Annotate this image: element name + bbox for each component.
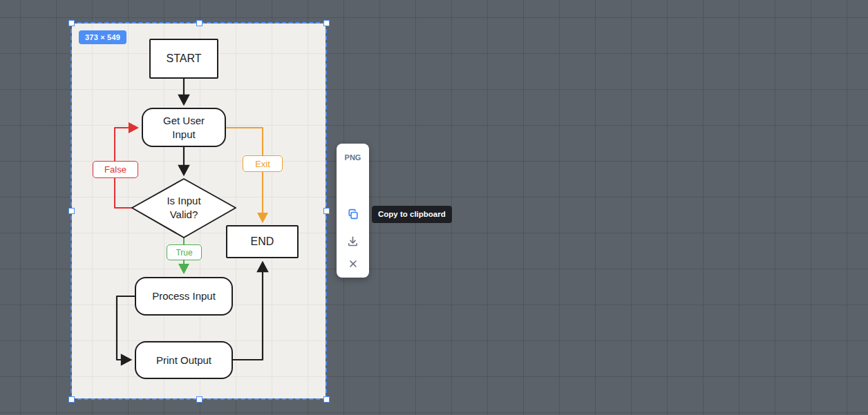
node-print-output[interactable]: Print Output <box>135 341 233 379</box>
selection-handle-top-right[interactable] <box>323 20 330 26</box>
node-end[interactable]: END <box>226 225 299 258</box>
node-start[interactable]: START <box>149 39 218 79</box>
selection-handle-bottom-left[interactable] <box>68 396 75 403</box>
selection-handle-bottom-right[interactable] <box>323 396 330 403</box>
node-process-input[interactable]: Process Input <box>135 277 233 316</box>
selection-handle-top-middle[interactable] <box>196 20 202 26</box>
selection-handle-top-left[interactable] <box>68 20 75 26</box>
copy-to-clipboard-button[interactable] <box>341 203 365 225</box>
selection-handle-middle-left[interactable] <box>68 208 75 214</box>
download-button[interactable] <box>342 232 364 250</box>
copy-tooltip: Copy to clipboard <box>372 206 452 223</box>
close-icon <box>348 259 358 269</box>
diagram-canvas[interactable]: START Get User Input Is Input Valid? END… <box>72 23 326 398</box>
selection-handle-middle-right[interactable] <box>323 208 330 214</box>
node-get-user-input[interactable]: Get User Input <box>142 108 226 147</box>
diagram-export-screen: START Get User Input Is Input Valid? END… <box>0 0 868 415</box>
download-icon <box>347 235 359 247</box>
export-format-png-button[interactable]: PNG <box>339 151 367 164</box>
export-format-jpg-button[interactable]: JPG <box>341 173 365 193</box>
selection-handle-bottom-middle[interactable] <box>196 396 202 403</box>
edge-label-true[interactable]: True <box>167 244 202 260</box>
export-toolbar: PNG JPG <box>337 144 369 278</box>
node-decision-label[interactable]: Is Input Valid? <box>153 189 215 226</box>
selection-size-badge: 373 × 549 <box>79 30 126 44</box>
edge-label-false[interactable]: False <box>93 161 138 178</box>
close-button[interactable] <box>342 255 364 272</box>
copy-icon <box>347 209 359 220</box>
edge-label-exit[interactable]: Exit <box>243 155 283 172</box>
export-selection-region[interactable]: START Get User Input Is Input Valid? END… <box>70 22 327 400</box>
